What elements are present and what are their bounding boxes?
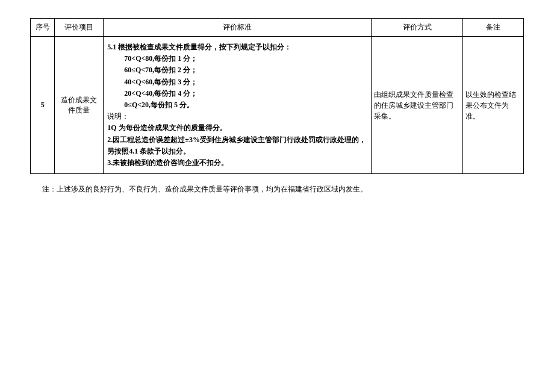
cell-item: 造价成果文件质量 [55,37,104,174]
standard-rule: 40<Q<60,每份扣 3 分； [107,76,367,88]
standard-note: 2.因工程总造价误差超过±3%受到住房城乡建设主管部门行政处罚或行政处理的，另按… [107,134,367,157]
standard-rule: 0≤Q<20,每份扣 5 分。 [107,99,367,111]
standard-rule: 70<Q<80,每份扣 1 分； [107,53,367,64]
standard-title: 5.1 根据被检查成果文件质量得分，按下列规定予以扣分： [107,42,367,53]
standard-rule: 60≤Q<70,每份扣 2 分； [107,64,367,76]
cell-standard: 5.1 根据被检查成果文件质量得分，按下列规定予以扣分： 70<Q<80,每份扣… [104,37,372,174]
header-method: 评价方式 [372,19,463,37]
header-seq: 序号 [31,19,55,37]
header-item: 评价项目 [55,19,104,37]
footnote: 注：上述涉及的良好行为、不良行为、造价成果文件质量等评价事项，均为在福建省行政区… [30,184,524,195]
cell-method: 由组织成果文件质量检查的住房城乡建设主管部门采集。 [372,37,463,174]
standard-note: 1Q 为每份造价成果文件的质量得分。 [107,122,367,134]
standard-note: 3.未被抽检到的造价咨询企业不扣分。 [107,157,367,169]
cell-remark: 以生效的检查结果公布文件为准。 [462,37,523,174]
standard-note-label: 说明： [107,111,367,122]
evaluation-table: 序号 评价项目 评价标准 评价方式 备注 5 造价成果文件质量 5.1 根据被检… [30,18,524,174]
table-row: 5 造价成果文件质量 5.1 根据被检查成果文件质量得分，按下列规定予以扣分： … [31,37,524,174]
header-remark: 备注 [462,19,523,37]
cell-seq: 5 [31,37,55,174]
header-standard: 评价标准 [104,19,372,37]
standard-rule: 20<Q<40,每份扣 4 分； [107,88,367,99]
table-header-row: 序号 评价项目 评价标准 评价方式 备注 [31,19,524,37]
